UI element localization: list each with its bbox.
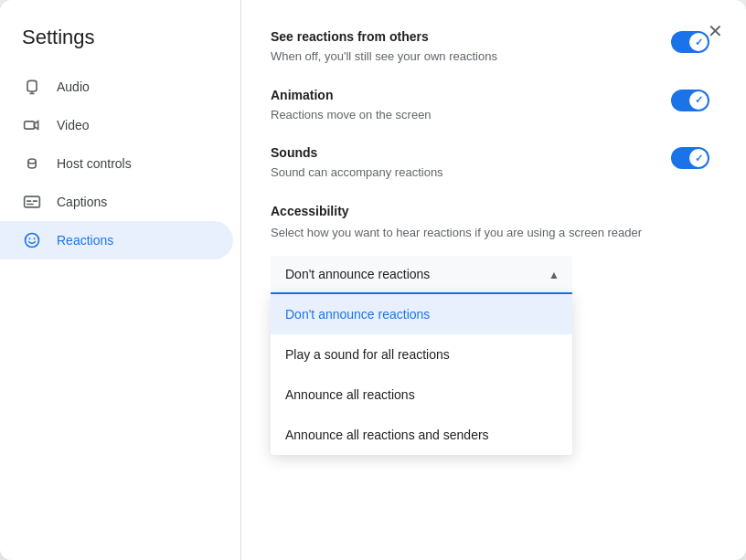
sidebar-item-video-label: Video [57,118,90,132]
setting-sounds: Sounds Sound can accompany reactions ✓ [271,145,709,182]
dropdown-selected[interactable]: Don't announce reactions [271,256,572,294]
toggle-track: ✓ [671,31,709,53]
host-controls-icon [22,153,42,174]
accessibility-section: Accessibility Select how you want to hea… [271,204,709,295]
dropdown-option-3[interactable]: Announce all reactions and senders [271,415,572,455]
toggle-track-2: ✓ [671,90,709,111]
svg-rect-0 [27,80,37,91]
sounds-toggle[interactable]: ✓ [671,147,709,169]
sidebar-item-reactions-label: Reactions [57,233,113,248]
setting-sounds-label: Sounds [271,145,443,160]
sidebar-item-host-controls[interactable]: Host controls [0,144,233,183]
sidebar-item-captions[interactable]: Captions [0,183,233,221]
toggle-check-icon-3: ✓ [695,153,703,164]
svg-rect-1 [25,122,35,129]
setting-animation-desc: Reactions move on the screen [271,106,432,124]
sidebar-item-video[interactable]: Video [0,106,233,144]
accessibility-dropdown-wrapper: Don't announce reactions ▲ Don't announc… [271,256,572,294]
svg-point-8 [29,238,31,239]
sidebar-item-host-controls-label: Host controls [57,156,132,171]
captions-icon [22,192,42,212]
setting-see-reactions-text: See reactions from others When off, you'… [271,29,497,66]
sidebar-item-reactions[interactable]: Reactions [0,221,233,259]
reactions-icon [22,230,42,250]
toggle-thumb-3: ✓ [689,149,708,167]
setting-sounds-text: Sounds Sound can accompany reactions [271,145,443,182]
dropdown-option-0-label: Don't announce reactions [285,307,430,322]
dropdown-option-2[interactable]: Announce all reactions [271,375,572,415]
close-icon: ✕ [708,20,723,42]
sidebar-item-audio-label: Audio [57,79,90,94]
dropdown-option-1[interactable]: Play a sound for all reactions [271,334,572,375]
main-content: ✕ See reactions from others When off, yo… [241,0,746,560]
setting-animation-text: Animation Reactions move on the screen [271,88,432,124]
toggle-track-3: ✓ [671,147,709,169]
dropdown-option-2-label: Announce all reactions [285,387,415,402]
svg-point-2 [28,159,36,164]
setting-animation-label: Animation [271,88,432,102]
dialog-title: Settings [0,15,240,68]
dropdown-menu: Don't announce reactions Play a sound fo… [271,294,572,455]
video-icon [22,115,42,135]
accessibility-desc: Select how you want to hear reactions if… [271,224,709,242]
dropdown-option-3-label: Announce all reactions and senders [285,428,489,442]
sidebar-item-captions-label: Captions [57,195,107,209]
dropdown-option-0[interactable]: Don't announce reactions [271,294,572,334]
sidebar: Settings Audio Video [0,0,241,560]
animation-toggle[interactable]: ✓ [671,90,709,111]
dropdown-option-1-label: Play a sound for all reactions [285,347,450,362]
svg-rect-3 [25,196,40,207]
toggle-thumb-2: ✓ [689,91,708,110]
sidebar-item-audio[interactable]: Audio [0,68,233,106]
see-reactions-toggle[interactable]: ✓ [671,31,709,53]
accessibility-title: Accessibility [271,204,709,218]
toggle-check-icon-2: ✓ [695,94,703,106]
setting-see-reactions-desc: When off, you'll still see your own reac… [271,48,497,66]
dropdown-selected-label: Don't announce reactions [285,267,430,281]
settings-dialog: Settings Audio Video [0,0,746,560]
svg-point-7 [26,234,39,248]
setting-see-reactions: See reactions from others When off, you'… [271,29,709,66]
setting-see-reactions-label: See reactions from others [271,29,497,44]
toggle-check-icon: ✓ [695,37,703,48]
setting-sounds-desc: Sound can accompany reactions [271,164,443,182]
setting-animation: Animation Reactions move on the screen ✓ [271,88,709,124]
svg-point-9 [34,238,36,239]
audio-icon [22,77,42,97]
toggle-thumb: ✓ [689,33,708,51]
